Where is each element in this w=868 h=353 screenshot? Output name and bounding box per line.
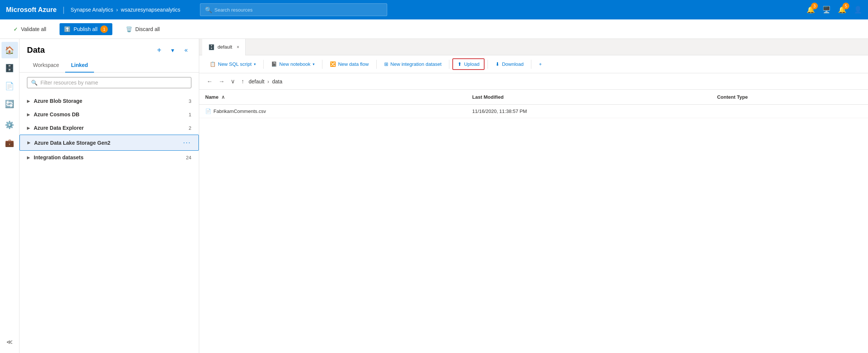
- forward-button[interactable]: →: [217, 77, 226, 86]
- download-label: Download: [502, 61, 523, 67]
- filter-input[interactable]: [40, 80, 187, 86]
- down-button[interactable]: ∨: [229, 76, 237, 86]
- download-icon: ⬇: [495, 61, 500, 67]
- tab-db-icon: 🗄️: [208, 44, 215, 50]
- table-header: Name ∧ Last Modified Content Type: [199, 90, 868, 105]
- sidebar-item-manage[interactable]: 💼: [1, 135, 18, 151]
- breadcrumb-separator: ›: [267, 79, 269, 85]
- resource-item-data-lake[interactable]: ▶ Azure Data Lake Storage Gen2 ···: [19, 135, 199, 151]
- main-layout: 🏠 🗄️ 📄 🔄 ⚙️ 💼 ≪ Data + ▾ « Workspace Lin…: [0, 39, 868, 353]
- upload-label: Upload: [464, 61, 479, 67]
- download-button[interactable]: ⬇ Download: [491, 59, 528, 69]
- publish-all-button[interactable]: ⬆️ Publish all 1: [60, 23, 112, 35]
- resource-count: 24: [186, 155, 191, 160]
- workspace-link[interactable]: wsazuresynapseanalytics: [121, 7, 180, 13]
- sidebar-item-integrate[interactable]: 🔄: [1, 96, 18, 112]
- resource-name: Azure Data Explorer: [34, 125, 185, 131]
- toolbar-divider-1: [263, 60, 264, 69]
- new-data-flow-button[interactable]: 🔀 New data flow: [325, 59, 373, 69]
- tab-workspace[interactable]: Workspace: [27, 58, 65, 73]
- discard-all-button[interactable]: 🗑️ Discard all: [121, 24, 164, 34]
- filter-input-wrapper[interactable]: 🔍: [27, 77, 191, 88]
- sidebar-item-home[interactable]: 🏠: [1, 42, 18, 58]
- back-button[interactable]: ←: [205, 77, 214, 86]
- column-header-content-type[interactable]: Content Type: [711, 90, 868, 105]
- search-input[interactable]: [215, 7, 382, 13]
- toolbar-divider-5: [488, 60, 488, 69]
- more-toolbar-button[interactable]: +: [534, 59, 546, 69]
- breadcrumb-segment-default[interactable]: default: [249, 79, 264, 85]
- notifications-icon[interactable]: 🔔3: [807, 6, 815, 14]
- synapse-analytics-link[interactable]: Synapse Analytics: [71, 7, 113, 13]
- toolbar-divider-3: [376, 60, 377, 69]
- resource-item-data-explorer[interactable]: ▶ Azure Data Explorer 2: [19, 121, 199, 135]
- resource-name: Azure Cosmos DB: [34, 111, 185, 117]
- search-icon: 🔍: [205, 6, 212, 13]
- sidebar-item-develop[interactable]: 📄: [1, 78, 18, 94]
- filter-dropdown-button[interactable]: ▾: [167, 45, 178, 55]
- resource-count: 3: [189, 98, 191, 104]
- new-notebook-button[interactable]: 📓 New notebook ▾: [267, 59, 319, 69]
- expand-icon: ▶: [27, 140, 30, 145]
- validate-all-button[interactable]: ✓ Validate all: [9, 24, 51, 34]
- dataset-icon: ⊞: [384, 61, 388, 67]
- resource-item-integration-datasets[interactable]: ▶ Integration datasets 24: [19, 151, 199, 164]
- tab-close-button[interactable]: ×: [237, 44, 239, 50]
- resource-count: 2: [189, 125, 191, 131]
- expand-icon: ▶: [27, 126, 30, 131]
- checkmark-icon: ✓: [13, 26, 18, 32]
- more-icon: +: [539, 61, 542, 67]
- resource-list: ▶ Azure Blob Storage 3 ▶ Azure Cosmos DB…: [19, 93, 199, 353]
- filter-box: 🔍: [19, 73, 199, 93]
- more-options-button[interactable]: ···: [183, 139, 191, 147]
- tab-linked[interactable]: Linked: [65, 58, 94, 73]
- content-tab-default[interactable]: 🗄️ default ×: [202, 39, 246, 55]
- actionbar: ✓ Validate all ⬆️ Publish all 1 🗑️ Disca…: [0, 19, 868, 39]
- search-bar[interactable]: 🔍: [200, 3, 387, 16]
- add-resource-button[interactable]: +: [154, 45, 164, 55]
- table-row[interactable]: 📄 FabrikamComments.csv 11/16/2020, 11:38…: [199, 105, 868, 118]
- file-name-cell: 📄 FabrikamComments.csv: [199, 105, 466, 118]
- upload-button[interactable]: ⬆ Upload: [452, 58, 485, 70]
- table-body: 📄 FabrikamComments.csv 11/16/2020, 11:38…: [199, 105, 868, 118]
- sidebar-item-data[interactable]: 🗄️: [1, 60, 18, 76]
- breadcrumb-path: default › data: [249, 79, 282, 85]
- data-panel: Data + ▾ « Workspace Linked 🔍 ▶ Azure Bl…: [19, 39, 199, 353]
- breadcrumb-segment-data[interactable]: data: [272, 79, 282, 85]
- sidebar-item-monitor[interactable]: ⚙️: [1, 117, 18, 133]
- caret-icon: ▾: [313, 62, 315, 66]
- trash-icon: 🗑️: [126, 26, 132, 32]
- resource-name: Integration datasets: [34, 154, 182, 160]
- notebook-icon: 📓: [271, 61, 277, 67]
- data-panel-header: Data + ▾ «: [19, 39, 199, 58]
- new-sql-script-button[interactable]: 📋 New SQL script ▾: [205, 59, 260, 69]
- files-table-element: Name ∧ Last Modified Content Type: [199, 90, 868, 118]
- data-panel-actions: + ▾ «: [154, 45, 191, 55]
- topbar-breadcrumb: Synapse Analytics › wsazuresynapseanalyt…: [71, 7, 180, 13]
- sidebar-collapse-button[interactable]: ≪: [1, 334, 18, 350]
- resource-count: 1: [189, 112, 191, 117]
- data-tabs: Workspace Linked: [19, 58, 199, 73]
- resource-item-cosmos-db[interactable]: ▶ Azure Cosmos DB 1: [19, 108, 199, 121]
- new-data-flow-label: New data flow: [338, 61, 369, 67]
- resource-item-blob-storage[interactable]: ▶ Azure Blob Storage 3: [19, 94, 199, 108]
- up-button[interactable]: ↑: [240, 77, 246, 86]
- new-sql-script-label: New SQL script: [218, 61, 252, 67]
- filter-search-icon: 🔍: [31, 80, 37, 86]
- expand-icon: ▶: [27, 112, 30, 117]
- remote-desktop-icon[interactable]: 🖥️: [822, 6, 831, 14]
- account-icon[interactable]: 👤: [854, 6, 862, 14]
- publish-badge: 1: [100, 25, 108, 33]
- panel-collapse-button[interactable]: «: [181, 45, 191, 55]
- column-header-name[interactable]: Name ∧: [199, 90, 466, 105]
- column-header-last-modified[interactable]: Last Modified: [466, 90, 711, 105]
- discard-label: Discard all: [135, 26, 160, 32]
- resource-name: Azure Data Lake Storage Gen2: [34, 140, 179, 146]
- alerts-icon[interactable]: 🔔5: [838, 6, 846, 14]
- toolbar: 📋 New SQL script ▾ 📓 New notebook ▾ 🔀 Ne…: [199, 55, 868, 73]
- file-icon: 📄: [205, 108, 211, 114]
- publish-label: Publish all: [73, 26, 97, 32]
- new-integration-dataset-button[interactable]: ⊞ New integration dataset: [380, 59, 446, 69]
- topbar: Microsoft Azure | Synapse Analytics › ws…: [0, 0, 868, 19]
- breadcrumb-nav: ← → ∨ ↑ default › data: [199, 73, 868, 90]
